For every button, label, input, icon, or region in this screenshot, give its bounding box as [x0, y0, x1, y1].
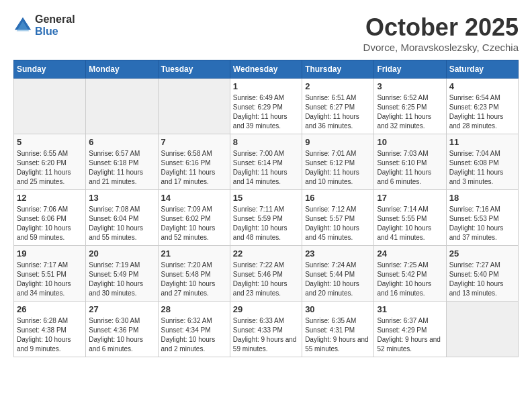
- day-number: 23: [305, 248, 371, 259]
- month-title: October 2025: [363, 13, 519, 42]
- calendar-cell: 17Sunrise: 7:14 AM Sunset: 5:55 PM Dayli…: [374, 190, 446, 246]
- cell-info: Sunrise: 7:04 AM Sunset: 6:08 PM Dayligh…: [449, 149, 515, 187]
- day-number: 9: [305, 137, 371, 147]
- day-number: 7: [161, 137, 227, 147]
- calendar-cell: 3Sunrise: 6:52 AM Sunset: 6:25 PM Daylig…: [374, 79, 446, 134]
- calendar-cell: 9Sunrise: 7:01 AM Sunset: 6:12 PM Daylig…: [302, 134, 374, 190]
- calendar-cell: 10Sunrise: 7:03 AM Sunset: 6:10 PM Dayli…: [374, 134, 446, 190]
- cell-info: Sunrise: 7:11 AM Sunset: 5:59 PM Dayligh…: [233, 205, 299, 242]
- calendar-cell: 24Sunrise: 7:25 AM Sunset: 5:42 PM Dayli…: [374, 246, 446, 302]
- calendar-cell: 29Sunrise: 6:33 AM Sunset: 4:33 PM Dayli…: [230, 302, 302, 357]
- calendar-cell: [158, 79, 230, 134]
- cell-info: Sunrise: 6:35 AM Sunset: 4:31 PM Dayligh…: [305, 316, 371, 354]
- cell-info: Sunrise: 6:54 AM Sunset: 6:23 PM Dayligh…: [449, 93, 515, 131]
- calendar-cell: [446, 302, 518, 357]
- day-number: 5: [17, 137, 83, 147]
- weekday-header: Friday: [374, 60, 446, 79]
- day-number: 3: [377, 81, 443, 91]
- calendar-cell: 11Sunrise: 7:04 AM Sunset: 6:08 PM Dayli…: [446, 134, 518, 190]
- calendar-cell: 27Sunrise: 6:30 AM Sunset: 4:36 PM Dayli…: [86, 302, 158, 357]
- calendar-cell: 28Sunrise: 6:32 AM Sunset: 4:34 PM Dayli…: [158, 302, 230, 357]
- day-number: 28: [161, 304, 227, 314]
- calendar-cell: 2Sunrise: 6:51 AM Sunset: 6:27 PM Daylig…: [302, 79, 374, 134]
- day-number: 12: [17, 193, 83, 203]
- calendar-cell: 25Sunrise: 7:27 AM Sunset: 5:40 PM Dayli…: [446, 246, 518, 302]
- calendar-week-row: 5Sunrise: 6:55 AM Sunset: 6:20 PM Daylig…: [14, 134, 519, 190]
- calendar-week-row: 26Sunrise: 6:28 AM Sunset: 4:38 PM Dayli…: [14, 302, 519, 357]
- calendar-cell: 8Sunrise: 7:00 AM Sunset: 6:14 PM Daylig…: [230, 134, 302, 190]
- cell-info: Sunrise: 6:55 AM Sunset: 6:20 PM Dayligh…: [17, 149, 83, 187]
- weekday-header: Sunday: [14, 60, 86, 79]
- cell-info: Sunrise: 6:57 AM Sunset: 6:18 PM Dayligh…: [89, 149, 154, 187]
- day-number: 15: [233, 193, 299, 203]
- day-number: 20: [89, 248, 154, 259]
- calendar-cell: 5Sunrise: 6:55 AM Sunset: 6:20 PM Daylig…: [14, 134, 86, 190]
- day-number: 25: [449, 248, 515, 259]
- calendar-cell: 23Sunrise: 7:24 AM Sunset: 5:44 PM Dayli…: [302, 246, 374, 302]
- day-number: 18: [449, 193, 515, 203]
- day-number: 16: [305, 193, 371, 203]
- weekday-header: Saturday: [446, 60, 518, 79]
- cell-info: Sunrise: 7:12 AM Sunset: 5:57 PM Dayligh…: [305, 205, 371, 242]
- cell-info: Sunrise: 7:27 AM Sunset: 5:40 PM Dayligh…: [449, 261, 515, 298]
- day-number: 29: [233, 304, 299, 314]
- cell-info: Sunrise: 7:03 AM Sunset: 6:10 PM Dayligh…: [377, 149, 443, 187]
- cell-info: Sunrise: 7:24 AM Sunset: 5:44 PM Dayligh…: [305, 261, 371, 298]
- day-number: 8: [233, 137, 299, 147]
- day-number: 4: [449, 81, 515, 91]
- logo-icon: [13, 16, 32, 35]
- cell-info: Sunrise: 6:37 AM Sunset: 4:29 PM Dayligh…: [377, 316, 443, 354]
- day-number: 21: [161, 248, 227, 259]
- calendar-cell: 1Sunrise: 6:49 AM Sunset: 6:29 PM Daylig…: [230, 79, 302, 134]
- day-number: 14: [161, 193, 227, 203]
- calendar-cell: 31Sunrise: 6:37 AM Sunset: 4:29 PM Dayli…: [374, 302, 446, 357]
- weekday-header: Wednesday: [230, 60, 302, 79]
- day-number: 13: [89, 193, 154, 203]
- day-number: 31: [377, 304, 443, 314]
- calendar-cell: 15Sunrise: 7:11 AM Sunset: 5:59 PM Dayli…: [230, 190, 302, 246]
- page-header: General Blue October 2025 Dvorce, Moravs…: [13, 13, 519, 53]
- cell-info: Sunrise: 6:51 AM Sunset: 6:27 PM Dayligh…: [305, 93, 371, 131]
- day-number: 10: [377, 137, 443, 147]
- cell-info: Sunrise: 7:00 AM Sunset: 6:14 PM Dayligh…: [233, 149, 299, 187]
- day-number: 30: [305, 304, 371, 314]
- cell-info: Sunrise: 6:49 AM Sunset: 6:29 PM Dayligh…: [233, 93, 299, 131]
- cell-info: Sunrise: 6:30 AM Sunset: 4:36 PM Dayligh…: [89, 316, 154, 354]
- day-number: 19: [17, 248, 83, 259]
- cell-info: Sunrise: 7:16 AM Sunset: 5:53 PM Dayligh…: [449, 205, 515, 242]
- weekday-header-row: SundayMondayTuesdayWednesdayThursdayFrid…: [14, 60, 519, 79]
- cell-info: Sunrise: 6:32 AM Sunset: 4:34 PM Dayligh…: [161, 316, 227, 354]
- cell-info: Sunrise: 7:25 AM Sunset: 5:42 PM Dayligh…: [377, 261, 443, 298]
- calendar-cell: 30Sunrise: 6:35 AM Sunset: 4:31 PM Dayli…: [302, 302, 374, 357]
- calendar-cell: 20Sunrise: 7:19 AM Sunset: 5:49 PM Dayli…: [86, 246, 158, 302]
- calendar-table: SundayMondayTuesdayWednesdayThursdayFrid…: [13, 60, 519, 357]
- location: Dvorce, Moravskoslezsky, Czechia: [363, 42, 519, 53]
- logo: General Blue: [13, 13, 75, 37]
- day-number: 22: [233, 248, 299, 259]
- calendar-cell: 22Sunrise: 7:22 AM Sunset: 5:46 PM Dayli…: [230, 246, 302, 302]
- calendar-cell: 4Sunrise: 6:54 AM Sunset: 6:23 PM Daylig…: [446, 79, 518, 134]
- calendar-cell: 21Sunrise: 7:20 AM Sunset: 5:48 PM Dayli…: [158, 246, 230, 302]
- cell-info: Sunrise: 7:08 AM Sunset: 6:04 PM Dayligh…: [89, 205, 154, 242]
- calendar-cell: 26Sunrise: 6:28 AM Sunset: 4:38 PM Dayli…: [14, 302, 86, 357]
- cell-info: Sunrise: 7:17 AM Sunset: 5:51 PM Dayligh…: [17, 261, 83, 298]
- calendar-week-row: 1Sunrise: 6:49 AM Sunset: 6:29 PM Daylig…: [14, 79, 519, 134]
- cell-info: Sunrise: 7:22 AM Sunset: 5:46 PM Dayligh…: [233, 261, 299, 298]
- weekday-header: Monday: [86, 60, 158, 79]
- cell-info: Sunrise: 6:28 AM Sunset: 4:38 PM Dayligh…: [17, 316, 83, 354]
- cell-info: Sunrise: 7:14 AM Sunset: 5:55 PM Dayligh…: [377, 205, 443, 242]
- cell-info: Sunrise: 6:52 AM Sunset: 6:25 PM Dayligh…: [377, 93, 443, 131]
- calendar-cell: 18Sunrise: 7:16 AM Sunset: 5:53 PM Dayli…: [446, 190, 518, 246]
- calendar-cell: [14, 79, 86, 134]
- cell-info: Sunrise: 7:20 AM Sunset: 5:48 PM Dayligh…: [161, 261, 227, 298]
- day-number: 26: [17, 304, 83, 314]
- calendar-cell: 16Sunrise: 7:12 AM Sunset: 5:57 PM Dayli…: [302, 190, 374, 246]
- calendar-cell: 14Sunrise: 7:09 AM Sunset: 6:02 PM Dayli…: [158, 190, 230, 246]
- calendar-cell: 12Sunrise: 7:06 AM Sunset: 6:06 PM Dayli…: [14, 190, 86, 246]
- day-number: 1: [233, 81, 299, 91]
- logo-blue-text: Blue: [35, 26, 75, 38]
- cell-info: Sunrise: 7:19 AM Sunset: 5:49 PM Dayligh…: [89, 261, 154, 298]
- calendar-cell: 7Sunrise: 6:58 AM Sunset: 6:16 PM Daylig…: [158, 134, 230, 190]
- calendar-week-row: 19Sunrise: 7:17 AM Sunset: 5:51 PM Dayli…: [14, 246, 519, 302]
- day-number: 24: [377, 248, 443, 259]
